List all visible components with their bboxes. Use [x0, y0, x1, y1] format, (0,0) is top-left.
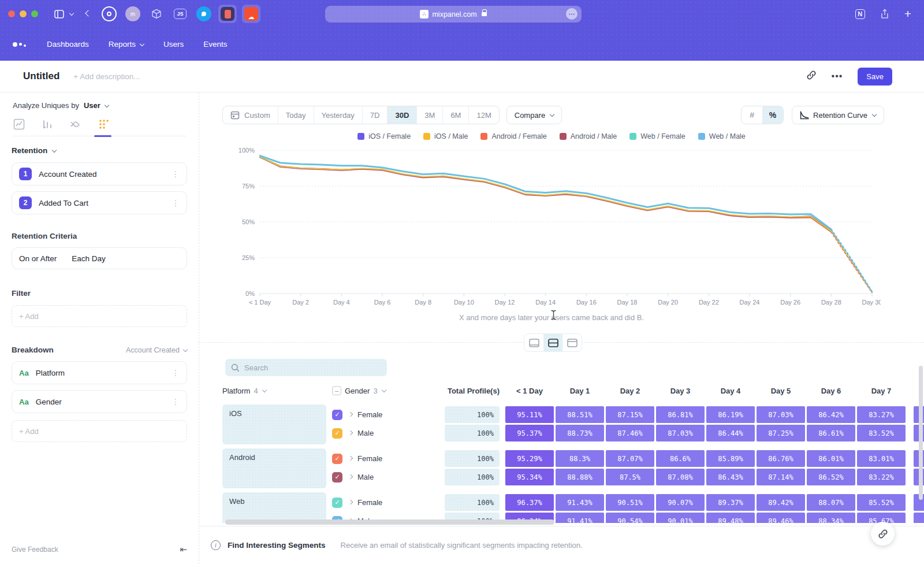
table-header-gender[interactable]: –Gender3 — [332, 383, 386, 399]
gender-checkbox[interactable]: ✓ — [332, 410, 342, 420]
retention-step-2[interactable]: 2 Added To Cart ⋮ — [12, 191, 187, 214]
save-button[interactable]: Save — [858, 68, 892, 86]
legend-item-android-male[interactable]: Android / Male — [560, 132, 617, 140]
tab-funnels[interactable] — [41, 118, 54, 131]
extension-soundcloud-icon[interactable]: ☁ — [242, 5, 260, 23]
range-button-custom[interactable]: Custom — [223, 106, 278, 124]
legend-item-ios-female[interactable]: iOS / Female — [357, 132, 411, 140]
range-button-6m[interactable]: 6M — [443, 106, 469, 124]
percent-toggle-button[interactable]: % — [762, 106, 783, 124]
gender-checkbox[interactable]: ✓ — [332, 428, 342, 439]
nav-dashboards[interactable]: Dashboards — [47, 40, 89, 49]
chart-type-select[interactable]: Retention Curve — [792, 106, 884, 124]
share-link-floating-button[interactable] — [871, 522, 895, 546]
tab-retention[interactable] — [98, 118, 110, 131]
nav-events[interactable]: Events — [203, 40, 227, 49]
gender-checkbox[interactable]: ✓ — [332, 454, 342, 464]
expand-row-icon[interactable] — [348, 474, 353, 478]
kebab-menu-icon[interactable]: ⋮ — [172, 397, 180, 406]
back-button[interactable] — [85, 12, 91, 16]
vertical-scrollbar[interactable] — [919, 366, 923, 500]
report-description-placeholder[interactable]: + Add description... — [73, 72, 140, 81]
compare-button[interactable]: Compare — [506, 106, 562, 124]
breakdown-scope-select[interactable]: Account Created — [126, 346, 187, 354]
legend-item-web-female[interactable]: Web / Female — [629, 132, 685, 140]
gender-row-android-female[interactable]: ✓Female — [332, 450, 436, 467]
layout-table-only-button[interactable] — [562, 334, 582, 351]
retention-step-1[interactable]: 1 Account Created ⋮ — [12, 162, 187, 185]
extension-m-icon[interactable]: m — [124, 5, 142, 23]
filter-add-button[interactable]: + Add — [12, 305, 187, 327]
legend-item-ios-male[interactable]: iOS / Male — [423, 132, 468, 140]
copy-link-icon[interactable] — [806, 70, 817, 83]
gender-checkbox[interactable]: ✓ — [332, 498, 342, 508]
legend-item-web-male[interactable]: Web / Male — [698, 132, 746, 140]
table-header-day[interactable]: < 1 Day — [505, 383, 554, 399]
horizontal-scrollbar[interactable] — [225, 520, 554, 525]
breakdown-gender[interactable]: Aa Gender ⋮ — [12, 390, 187, 413]
collapse-sidebar-icon[interactable]: ⇤ — [180, 544, 187, 555]
table-header-day[interactable]: Day 3 — [656, 383, 705, 399]
expand-row-icon[interactable] — [348, 455, 353, 460]
gender-row-ios-female[interactable]: ✓Female — [332, 406, 436, 423]
kebab-menu-icon[interactable]: ⋮ — [172, 368, 180, 377]
new-tab-icon[interactable]: + — [904, 7, 911, 21]
window-controls[interactable] — [8, 10, 38, 17]
table-header-day[interactable]: Day 1 — [556, 383, 604, 399]
table-header-day[interactable]: Day 2 — [606, 383, 654, 399]
layout-chart-only-button[interactable] — [524, 334, 543, 351]
retention-criteria-select[interactable]: On or After Each Day — [12, 247, 187, 269]
breakdown-add-button[interactable]: + Add — [12, 420, 187, 442]
chrome-dropdown-icon[interactable] — [69, 13, 73, 15]
kebab-menu-icon[interactable]: ⋮ — [172, 169, 180, 179]
more-options-icon[interactable]: ••• — [832, 71, 843, 81]
extension-blue-icon[interactable] — [195, 5, 213, 23]
indeterminate-checkbox[interactable]: – — [332, 386, 341, 395]
gender-row-ios-male[interactable]: ✓Male — [332, 425, 436, 441]
layout-split-button[interactable] — [543, 334, 562, 351]
table-header-total[interactable]: Total Profile(s) — [445, 383, 500, 399]
count-toggle-button[interactable]: # — [742, 106, 762, 124]
tab-flows[interactable] — [69, 118, 82, 131]
find-segments-title[interactable]: Find Interesting Segments — [228, 541, 326, 550]
range-button-today[interactable]: Today — [278, 106, 314, 124]
expand-row-icon[interactable] — [348, 430, 353, 435]
tab-insights[interactable] — [13, 118, 25, 131]
nav-users[interactable]: Users — [163, 40, 184, 49]
report-title[interactable]: Untitled — [23, 70, 59, 82]
gender-row-web-female[interactable]: ✓Female — [332, 494, 436, 511]
gender-row-android-male[interactable]: ✓Male — [332, 469, 436, 485]
sidebar-toggle-icon[interactable] — [54, 10, 64, 18]
analyze-value[interactable]: User — [84, 101, 100, 110]
close-window-button[interactable] — [8, 10, 15, 17]
mixpanel-logo[interactable] — [13, 42, 26, 47]
extension-target-icon[interactable] — [100, 5, 118, 23]
range-button-yesterday[interactable]: Yesterday — [314, 106, 363, 124]
table-header-platform[interactable]: Platform4 — [222, 383, 266, 399]
legend-item-android-female[interactable]: Android / Female — [480, 132, 546, 140]
url-bar[interactable]: ∴ mixpanel.com ⋯ — [325, 6, 582, 23]
give-feedback-link[interactable]: Give Feedback — [12, 546, 58, 554]
table-header-day[interactable]: Day 5 — [757, 383, 805, 399]
nav-reports[interactable]: Reports — [109, 40, 144, 49]
notion-icon[interactable]: N — [855, 9, 865, 19]
table-header-day[interactable]: Day 4 — [706, 383, 755, 399]
retention-section-header[interactable]: Retention — [12, 146, 187, 155]
minimize-window-button[interactable] — [20, 10, 27, 17]
range-button-7d[interactable]: 7D — [363, 106, 388, 124]
extension-js-icon[interactable]: JS — [171, 5, 189, 23]
extension-cube-icon[interactable] — [147, 5, 166, 23]
range-button-3m[interactable]: 3M — [417, 106, 443, 124]
breakdown-platform[interactable]: Aa Platform ⋮ — [12, 361, 187, 384]
table-header-day[interactable]: Day 6 — [807, 383, 855, 399]
range-button-12m[interactable]: 12M — [469, 106, 498, 124]
gender-checkbox[interactable]: ✓ — [332, 472, 342, 483]
share-icon[interactable] — [880, 9, 889, 19]
table-search-input[interactable]: Search — [225, 359, 387, 376]
range-button-30d[interactable]: 30D — [388, 106, 417, 124]
expand-row-icon[interactable] — [348, 411, 353, 416]
url-menu-icon[interactable]: ⋯ — [566, 8, 578, 20]
table-header-day[interactable]: Day 7 — [857, 383, 906, 399]
kebab-menu-icon[interactable]: ⋮ — [172, 198, 180, 207]
zoom-window-button[interactable] — [31, 10, 38, 17]
